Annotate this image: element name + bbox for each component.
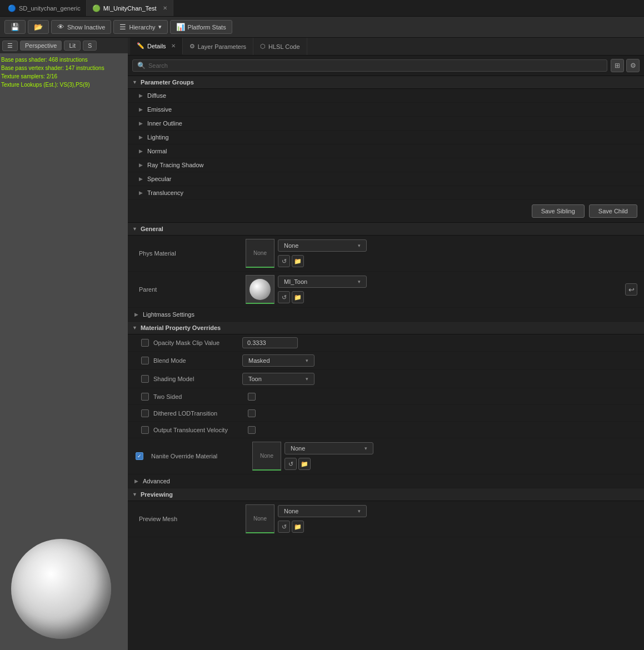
browse-icon: 📂 <box>34 23 43 31</box>
general-chevron-icon: ▼ <box>132 226 137 232</box>
parameter-groups-chevron-icon: ▼ <box>132 79 137 85</box>
advanced-chevron-icon: ▶ <box>134 478 138 484</box>
parent-row: Parent MI_Toon ▾ ↺ 📁 <box>128 272 644 308</box>
preview-mesh-controls: None ▾ ↺ 📁 <box>278 505 367 533</box>
panel-tabs: ✏️ Details ✕ ⚙ Layer Parameters ⬡ HLSL C… <box>128 38 644 56</box>
preview-mesh-reset-button[interactable]: ↺ <box>278 521 290 533</box>
preview-mesh-dropdown[interactable]: None ▾ <box>278 505 367 517</box>
phys-material-thumb: None <box>246 239 274 268</box>
parameter-groups-header[interactable]: ▼ Parameter Groups <box>128 76 644 89</box>
layer-params-icon: ⚙ <box>189 43 195 50</box>
save-sibling-button[interactable]: Save Sibling <box>532 204 585 218</box>
platform-stats-icon: 📊 <box>176 23 185 31</box>
extra-button[interactable]: S <box>83 41 97 51</box>
nanite-override-mini-icons: ↺ 📁 <box>284 458 373 470</box>
phys-material-controls: None ▾ ↺ 📁 <box>278 239 367 267</box>
hierarchy-button[interactable]: ☰ Hierarchy ▾ <box>113 20 167 34</box>
general-section-header[interactable]: ▼ General <box>128 223 644 236</box>
two-sided-value-box[interactable] <box>248 393 256 401</box>
search-actions: ⊞ ⚙ <box>611 59 640 72</box>
platform-stats-label: Platform Stats <box>188 24 226 31</box>
opacity-mask-checkbox[interactable] <box>141 339 149 347</box>
param-group-lighting[interactable]: ▶ Lighting <box>128 131 644 144</box>
mi-tab-label: MI_UnityChan_Test <box>103 5 157 12</box>
opacity-mask-input[interactable] <box>242 337 298 348</box>
param-group-inner-outline[interactable]: ▶ Inner Outline <box>128 117 644 131</box>
details-tab-close[interactable]: ✕ <box>171 43 176 49</box>
tab-layer-parameters[interactable]: ⚙ Layer Parameters <box>183 38 253 55</box>
parent-browse-button[interactable]: 📁 <box>292 291 304 303</box>
dithered-lod-value-box[interactable] <box>248 409 256 417</box>
blend-mode-chevron-icon: ▾ <box>306 358 308 363</box>
preview-mesh-browse-button[interactable]: 📁 <box>292 521 304 533</box>
show-inactive-button[interactable]: 👁 Show Inactive <box>51 20 111 34</box>
lit-button[interactable]: Lit <box>64 41 81 51</box>
param-group-normal[interactable]: ▶ Normal <box>128 144 644 158</box>
blend-mode-dropdown[interactable]: Masked ▾ <box>242 354 314 367</box>
preview-mesh-row: Preview Mesh None None ▾ ↺ 📁 <box>128 501 644 537</box>
phys-material-reset-button[interactable]: ↺ <box>278 255 290 267</box>
blend-mode-checkbox[interactable] <box>141 357 149 364</box>
parent-undo-button[interactable]: ↩ <box>625 283 637 296</box>
two-sided-label: Two Sided <box>153 393 242 400</box>
parent-reset-button[interactable]: ↺ <box>278 291 290 303</box>
show-inactive-label: Show Inactive <box>67 24 105 31</box>
preview-mesh-label: Preview Mesh <box>134 516 246 522</box>
mi-tab-icon: 🟢 <box>92 4 101 12</box>
nanite-override-browse-button[interactable]: 📁 <box>298 458 311 470</box>
shading-model-dropdown[interactable]: Toon ▾ <box>242 373 314 385</box>
translucency-chevron-icon: ▶ <box>139 190 143 196</box>
shading-model-checkbox[interactable] <box>141 375 149 383</box>
mi-tab-close[interactable]: ✕ <box>163 5 167 11</box>
previewing-chevron-icon: ▼ <box>132 492 137 497</box>
previewing-section-header[interactable]: ▼ Previewing <box>128 488 644 501</box>
stat-line-2: Base pass vertex shader: 147 instruction… <box>1 64 104 72</box>
lightmass-settings-row[interactable]: ▶ Lightmass Settings <box>128 308 644 322</box>
param-group-specular[interactable]: ▶ Specular <box>128 172 644 186</box>
param-group-translucency[interactable]: ▶ Translucency <box>128 186 644 200</box>
normal-chevron-icon: ▶ <box>139 148 143 154</box>
output-translucent-value-box[interactable] <box>248 426 256 434</box>
phys-material-browse-button[interactable]: 📁 <box>292 255 304 267</box>
parent-label: Parent <box>134 286 246 293</box>
nanite-override-dropdown[interactable]: None ▾ <box>284 442 373 454</box>
sd-tab-label: SD_unitychan_generic <box>19 5 81 12</box>
perspective-button[interactable]: Perspective <box>20 41 62 51</box>
param-group-ray-tracing[interactable]: ▶ Ray Tracing Shadow <box>128 158 644 172</box>
param-group-diffuse[interactable]: ▶ Diffuse <box>128 89 644 103</box>
dithered-lod-checkbox[interactable] <box>141 409 149 417</box>
search-input[interactable] <box>148 62 602 69</box>
browse-button[interactable]: 📂 <box>28 20 49 34</box>
tab-hlsl-code[interactable]: ⬡ HLSL Code <box>253 38 307 55</box>
settings-button[interactable]: ⚙ <box>626 59 640 72</box>
viewport-menu-button[interactable]: ☰ <box>2 41 18 51</box>
shading-model-row: Shading Model Toon ▾ <box>128 370 644 388</box>
nanite-override-label: Nanite Override Material <box>151 453 217 459</box>
nanite-override-reset-button[interactable]: ↺ <box>284 458 297 470</box>
previewing-label: Previewing <box>141 491 173 498</box>
nanite-override-checkbox[interactable] <box>136 452 143 460</box>
diffuse-chevron-icon: ▶ <box>139 93 143 98</box>
search-icon: 🔍 <box>137 62 146 69</box>
sd-tab-icon: 🔵 <box>8 4 16 12</box>
save-child-button[interactable]: Save Child <box>589 204 637 218</box>
phys-material-value: None None ▾ ↺ 📁 <box>246 239 637 268</box>
two-sided-checkbox[interactable] <box>141 393 149 401</box>
save-button[interactable]: 💾 <box>4 20 26 34</box>
advanced-section-header[interactable]: ▶ Advanced <box>128 474 644 488</box>
phys-material-dropdown[interactable]: None ▾ <box>278 239 367 252</box>
parent-dropdown[interactable]: MI_Toon ▾ <box>278 276 367 288</box>
general-label: General <box>141 226 163 232</box>
param-group-emissive[interactable]: ▶ Emissive <box>128 103 644 117</box>
nanite-override-chevron-icon: ▾ <box>365 446 367 451</box>
tab-sd-unitychan[interactable]: 🔵 SD_unitychan_generic <box>2 0 87 16</box>
grid-view-button[interactable]: ⊞ <box>611 59 624 72</box>
tab-details[interactable]: ✏️ Details ✕ <box>130 38 183 55</box>
platform-stats-button[interactable]: 📊 Platform Stats <box>170 20 232 34</box>
material-overrides-header[interactable]: ▼ Material Property Overrides <box>128 322 644 334</box>
opacity-mask-label: Opacity Mask Clip Value <box>153 339 242 346</box>
output-translucent-checkbox[interactable] <box>141 426 149 434</box>
tab-mi-unitychan[interactable]: 🟢 MI_UnityChan_Test ✕ <box>87 0 173 16</box>
parent-thumb <box>246 275 274 304</box>
viewport-top-bar: ☰ Perspective Lit S <box>0 38 128 53</box>
